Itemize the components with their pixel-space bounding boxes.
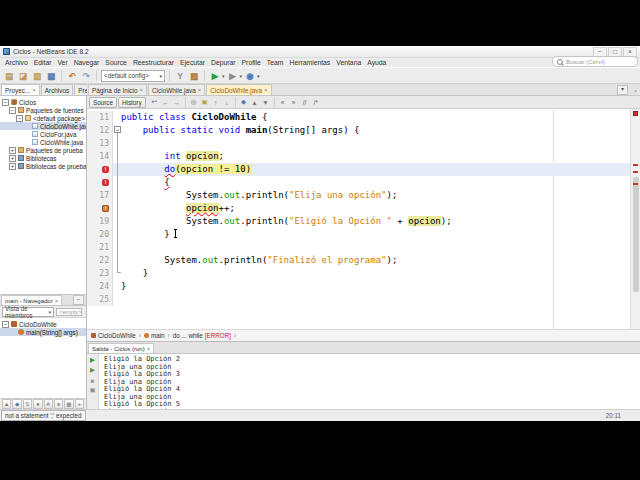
tree-item-default-package[interactable]: −<default package> [0,114,86,122]
menu-profile[interactable]: Profile [239,59,264,66]
tab-proyec[interactable]: Proyec...× [1,84,40,95]
tree-toggle-icon[interactable]: − [9,107,16,114]
undo-icon[interactable]: ↶ [66,70,78,82]
close-button[interactable]: × [623,47,637,57]
expand-all-icon[interactable]: + [75,399,84,409]
menu-reestructurar[interactable]: Reestructurar [130,59,177,66]
next-occurrence-icon[interactable]: ↓ [222,97,232,107]
close-icon[interactable]: × [32,87,36,93]
clear-output-icon[interactable]: ▣ [89,386,97,394]
code-line[interactable]: ! do(opcion != 10) [87,163,640,176]
code-line[interactable]: 19 System.out.println("Eligió la Opción … [87,215,640,228]
show-inherited-icon[interactable]: ▲ [2,399,11,409]
menu-archivo[interactable]: Archivo [2,59,31,66]
show-fields-icon[interactable]: ◆ [12,399,21,409]
tree-toggle-icon[interactable]: − [16,115,23,122]
error-annotation-icon[interactable]: ! [102,166,109,173]
code-line[interactable]: 21 [87,241,640,254]
tree-toggle-icon[interactable]: + [9,155,16,162]
code-line[interactable]: 23 } [87,267,640,280]
tree-toggle-icon[interactable]: + [9,163,16,170]
code-line[interactable]: 17 System.out.println("Elija una opción"… [87,189,640,202]
error-annotation-icon[interactable]: ! [102,179,109,186]
tab-p-gina-de-inicio[interactable]: Página de Inicio× [88,84,147,95]
breadcrumb-item-do-while[interactable]: do ... while [ERROR] [173,332,231,339]
chevron-down-icon[interactable]: ▾ [240,73,243,79]
clean-build-icon[interactable]: ▨ [188,70,200,82]
error-stripe-mark[interactable] [633,164,638,166]
scrollbar-thumb[interactable] [633,177,639,292]
open-project-icon[interactable]: ▥ [31,70,43,82]
maximize-panel-icon[interactable]: ▫ [631,87,640,95]
run-project-icon[interactable]: ▶ [209,70,221,82]
tree-item-bibliotecas[interactable]: +Bibliotecas [0,154,86,162]
shift-right-icon[interactable]: » [289,97,299,107]
quick-search-input[interactable]: Buscar (Ctrl+I) [552,56,638,67]
rerun-icon[interactable]: ▶ [89,356,97,364]
tree-toggle-icon[interactable]: − [2,321,9,328]
find-selection-icon[interactable]: ◎ [189,97,199,107]
chevron-down-icon[interactable]: ▾ [257,73,260,79]
shift-left-icon[interactable]: « [278,97,288,107]
tree-item-bibliotecas-de-pruebas[interactable]: +Bibliotecas de pruebas [0,162,86,170]
comment-icon[interactable]: // [300,97,310,107]
show-fqn-icon[interactable]: ▦ [64,399,73,409]
toggle-bookmark-icon[interactable]: ◆ [239,97,249,107]
back-icon[interactable]: ← [161,97,171,107]
code-fold-toggle-icon[interactable]: − [114,126,121,133]
tab-ciclodowhile-java[interactable]: CicloDoWhile.java× [206,84,271,95]
close-icon[interactable]: × [147,346,151,352]
show-public-icon[interactable]: ● [33,399,42,409]
error-stripe-mark[interactable] [633,183,638,185]
previous-occurrence-icon[interactable]: ↑ [211,97,221,107]
minimize-panel-icon[interactable]: − [73,295,84,305]
menu-source[interactable]: Source [102,59,130,66]
editor-scrollbar[interactable] [630,109,640,329]
tree-toggle-icon[interactable]: − [2,99,9,106]
sort-alpha-icon[interactable]: A [44,399,53,409]
menu-ejecutar[interactable]: Ejecutar [177,59,208,66]
highlight-matches-icon[interactable]: ▣ [200,97,210,107]
sort-source-icon[interactable]: ≡ [54,399,63,409]
error-stripe-badge[interactable] [633,111,638,116]
tab-archivos[interactable]: Archivos [41,84,74,95]
tree-item-ciclofor-java[interactable]: CicloFor.java [0,130,86,138]
code-line[interactable]: 12 public static void main(String[] args… [87,124,640,137]
navigator-view-select[interactable]: Vista de miembros ▾ [2,307,54,317]
error-warning-annotation-icon[interactable]: ! [102,205,109,212]
new-file-icon[interactable]: ▤ [3,70,15,82]
tab-output[interactable]: Salida - Ciclos (run) × [88,343,154,353]
menu-ver[interactable]: Ver [54,59,70,66]
profile-project-icon[interactable]: ◉ [244,70,256,82]
stop-icon[interactable]: ■ [89,376,97,384]
tab-list-dropdown-icon[interactable]: ▾ [617,85,628,95]
tree-item-ciclodowhile-java[interactable]: CicloDoWhile.java [0,122,86,130]
navigator-filter-input[interactable]: <empty> [56,308,82,316]
build-project-icon[interactable]: Y [174,70,186,82]
previous-bookmark-icon[interactable]: ▲ [250,97,260,107]
tree-item-paquetes-de-prueba[interactable]: +Paquetes de prueba [0,146,86,154]
save-all-icon[interactable]: ▦ [45,70,57,82]
tree-item-main-string-args[interactable]: main(String[] args) [0,328,86,336]
next-bookmark-icon[interactable]: ▼ [261,97,271,107]
menu-navegar[interactable]: Navegar [71,59,103,66]
breadcrumb-item-ciclodowhile[interactable]: CicloDoWhile [91,332,136,339]
close-icon[interactable]: × [264,87,268,93]
forward-icon[interactable]: → [172,97,182,107]
tree-item-ciclos[interactable]: −Ciclos [0,98,86,106]
history-view-button[interactable]: History [118,97,146,108]
menu-depurar[interactable]: Depurar [208,59,239,66]
minimize-button[interactable]: − [593,47,607,57]
tree-item-paquetes-de-fuentes[interactable]: −Paquetes de fuentes [0,106,86,114]
code-line[interactable]: 14 int opcion; [87,150,640,163]
close-icon[interactable]: × [139,87,143,93]
output-console[interactable]: Eligió la Opción 2Elija una opciónEligió… [99,354,640,409]
tree-toggle-icon[interactable]: + [9,147,16,154]
new-project-icon[interactable]: ◪ [17,70,29,82]
code-line[interactable]: ! opcion++; [87,202,640,215]
error-stripe-mark[interactable] [633,171,638,173]
tab-ciclowhile-java[interactable]: CicloWhile.java× [148,84,205,95]
tab-navigator[interactable]: main - Navegador × [1,295,62,305]
show-static-icon[interactable]: S [23,399,32,409]
tree-item-ciclodowhile[interactable]: −CicloDoWhile [0,320,86,328]
